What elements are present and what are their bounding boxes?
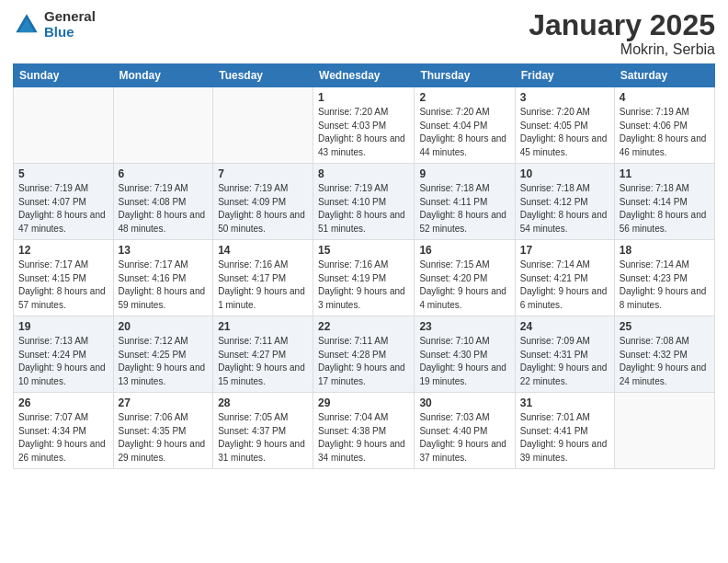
calendar-cell: 25Sunrise: 7:08 AM Sunset: 4:32 PM Dayli…	[614, 316, 714, 393]
day-info: Sunrise: 7:07 AM Sunset: 4:34 PM Dayligh…	[18, 411, 108, 465]
calendar-cell: 22Sunrise: 7:11 AM Sunset: 4:28 PM Dayli…	[313, 316, 415, 393]
logo-text: General Blue	[44, 9, 96, 40]
title-block: January 2025 Mokrin, Serbia	[529, 9, 715, 58]
day-number: 31	[520, 396, 609, 409]
day-number: 14	[218, 244, 308, 257]
day-info: Sunrise: 7:15 AM Sunset: 4:20 PM Dayligh…	[419, 259, 509, 312]
calendar-cell: 21Sunrise: 7:11 AM Sunset: 4:27 PM Dayli…	[213, 316, 313, 393]
day-info: Sunrise: 7:19 AM Sunset: 4:10 PM Dayligh…	[318, 182, 409, 236]
page-title: January 2025	[529, 9, 715, 41]
calendar-cell: 16Sunrise: 7:15 AM Sunset: 4:20 PM Dayli…	[415, 240, 515, 316]
day-number: 28	[218, 396, 308, 409]
day-number: 11	[620, 167, 710, 180]
calendar-header: SundayMondayTuesdayWednesdayThursdayFrid…	[14, 64, 715, 87]
day-number: 18	[620, 244, 710, 257]
day-number: 29	[318, 396, 409, 409]
day-info: Sunrise: 7:18 AM Sunset: 4:14 PM Dayligh…	[620, 182, 710, 236]
day-info: Sunrise: 7:16 AM Sunset: 4:19 PM Dayligh…	[318, 259, 409, 312]
calendar-cell: 24Sunrise: 7:09 AM Sunset: 4:31 PM Dayli…	[515, 316, 614, 393]
day-number: 1	[318, 91, 409, 104]
day-info: Sunrise: 7:11 AM Sunset: 4:27 PM Dayligh…	[218, 335, 308, 388]
calendar-cell: 19Sunrise: 7:13 AM Sunset: 4:24 PM Dayli…	[14, 316, 114, 393]
logo-general: General	[44, 9, 96, 25]
calendar-cell: 27Sunrise: 7:06 AM Sunset: 4:35 PM Dayli…	[113, 393, 213, 469]
calendar-cell: 12Sunrise: 7:17 AM Sunset: 4:15 PM Dayli…	[14, 240, 114, 316]
calendar-week-5: 26Sunrise: 7:07 AM Sunset: 4:34 PM Dayli…	[14, 393, 715, 469]
day-number: 3	[520, 91, 609, 104]
calendar-cell: 15Sunrise: 7:16 AM Sunset: 4:19 PM Dayli…	[313, 240, 415, 316]
calendar-week-4: 19Sunrise: 7:13 AM Sunset: 4:24 PM Dayli…	[14, 316, 715, 393]
day-info: Sunrise: 7:19 AM Sunset: 4:06 PM Dayligh…	[620, 106, 710, 159]
day-number: 24	[520, 320, 609, 333]
calendar-week-2: 5Sunrise: 7:19 AM Sunset: 4:07 PM Daylig…	[14, 164, 715, 240]
day-info: Sunrise: 7:04 AM Sunset: 4:38 PM Dayligh…	[318, 411, 409, 465]
day-number: 21	[218, 320, 308, 333]
day-info: Sunrise: 7:17 AM Sunset: 4:15 PM Dayligh…	[18, 259, 108, 312]
calendar-cell: 9Sunrise: 7:18 AM Sunset: 4:11 PM Daylig…	[415, 164, 515, 240]
day-info: Sunrise: 7:08 AM Sunset: 4:32 PM Dayligh…	[620, 335, 710, 388]
calendar-cell: 13Sunrise: 7:17 AM Sunset: 4:16 PM Dayli…	[113, 240, 213, 316]
day-info: Sunrise: 7:12 AM Sunset: 4:25 PM Dayligh…	[119, 335, 209, 388]
day-number: 23	[419, 320, 509, 333]
day-number: 13	[119, 244, 209, 257]
day-info: Sunrise: 7:14 AM Sunset: 4:21 PM Dayligh…	[520, 259, 609, 312]
calendar-week-1: 1Sunrise: 7:20 AM Sunset: 4:03 PM Daylig…	[14, 87, 715, 164]
calendar-body: 1Sunrise: 7:20 AM Sunset: 4:03 PM Daylig…	[14, 87, 715, 469]
calendar-cell	[14, 87, 114, 164]
day-info: Sunrise: 7:06 AM Sunset: 4:35 PM Dayligh…	[119, 411, 209, 465]
calendar-cell: 14Sunrise: 7:16 AM Sunset: 4:17 PM Dayli…	[213, 240, 313, 316]
logo: General Blue	[13, 9, 96, 40]
header-cell-tuesday: Tuesday	[213, 64, 313, 87]
calendar-cell: 4Sunrise: 7:19 AM Sunset: 4:06 PM Daylig…	[614, 87, 714, 164]
day-info: Sunrise: 7:19 AM Sunset: 4:08 PM Dayligh…	[119, 182, 209, 236]
day-number: 22	[318, 320, 409, 333]
calendar-cell: 2Sunrise: 7:20 AM Sunset: 4:04 PM Daylig…	[415, 87, 515, 164]
calendar-week-3: 12Sunrise: 7:17 AM Sunset: 4:15 PM Dayli…	[14, 240, 715, 316]
calendar-cell: 5Sunrise: 7:19 AM Sunset: 4:07 PM Daylig…	[14, 164, 114, 240]
calendar-cell: 23Sunrise: 7:10 AM Sunset: 4:30 PM Dayli…	[415, 316, 515, 393]
day-number: 9	[419, 167, 509, 180]
calendar-cell: 6Sunrise: 7:19 AM Sunset: 4:08 PM Daylig…	[113, 164, 213, 240]
calendar-cell: 18Sunrise: 7:14 AM Sunset: 4:23 PM Dayli…	[614, 240, 714, 316]
day-info: Sunrise: 7:19 AM Sunset: 4:07 PM Dayligh…	[18, 182, 108, 236]
logo-blue: Blue	[44, 25, 96, 40]
day-number: 2	[419, 91, 509, 104]
calendar-cell: 29Sunrise: 7:04 AM Sunset: 4:38 PM Dayli…	[313, 393, 415, 469]
header-cell-friday: Friday	[515, 64, 614, 87]
day-info: Sunrise: 7:14 AM Sunset: 4:23 PM Dayligh…	[620, 259, 710, 312]
page-container: General Blue January 2025 Mokrin, Serbia…	[0, 0, 728, 478]
header-cell-wednesday: Wednesday	[313, 64, 415, 87]
calendar-cell: 17Sunrise: 7:14 AM Sunset: 4:21 PM Dayli…	[515, 240, 614, 316]
day-number: 5	[18, 167, 108, 180]
calendar-cell: 7Sunrise: 7:19 AM Sunset: 4:09 PM Daylig…	[213, 164, 313, 240]
day-number: 20	[119, 320, 209, 333]
header-cell-monday: Monday	[113, 64, 213, 87]
day-info: Sunrise: 7:03 AM Sunset: 4:40 PM Dayligh…	[419, 411, 509, 465]
day-info: Sunrise: 7:19 AM Sunset: 4:09 PM Dayligh…	[218, 182, 308, 236]
day-number: 26	[18, 396, 108, 409]
day-number: 19	[18, 320, 108, 333]
day-number: 10	[520, 167, 609, 180]
day-info: Sunrise: 7:11 AM Sunset: 4:28 PM Dayligh…	[318, 335, 409, 388]
calendar-cell: 3Sunrise: 7:20 AM Sunset: 4:05 PM Daylig…	[515, 87, 614, 164]
day-info: Sunrise: 7:18 AM Sunset: 4:11 PM Dayligh…	[419, 182, 509, 236]
calendar-cell	[614, 393, 714, 469]
day-number: 30	[419, 396, 509, 409]
calendar-cell: 20Sunrise: 7:12 AM Sunset: 4:25 PM Dayli…	[113, 316, 213, 393]
calendar-table: SundayMondayTuesdayWednesdayThursdayFrid…	[13, 63, 715, 469]
day-number: 16	[419, 244, 509, 257]
page-subtitle: Mokrin, Serbia	[529, 41, 715, 58]
day-info: Sunrise: 7:16 AM Sunset: 4:17 PM Dayligh…	[218, 259, 308, 312]
day-info: Sunrise: 7:13 AM Sunset: 4:24 PM Dayligh…	[18, 335, 108, 388]
calendar-cell: 8Sunrise: 7:19 AM Sunset: 4:10 PM Daylig…	[313, 164, 415, 240]
calendar-cell: 10Sunrise: 7:18 AM Sunset: 4:12 PM Dayli…	[515, 164, 614, 240]
day-number: 25	[620, 320, 710, 333]
header-cell-saturday: Saturday	[614, 64, 714, 87]
day-info: Sunrise: 7:09 AM Sunset: 4:31 PM Dayligh…	[520, 335, 609, 388]
day-info: Sunrise: 7:20 AM Sunset: 4:04 PM Dayligh…	[419, 106, 509, 159]
day-number: 8	[318, 167, 409, 180]
header-cell-thursday: Thursday	[415, 64, 515, 87]
day-number: 15	[318, 244, 409, 257]
calendar-cell	[113, 87, 213, 164]
calendar-cell: 1Sunrise: 7:20 AM Sunset: 4:03 PM Daylig…	[313, 87, 415, 164]
